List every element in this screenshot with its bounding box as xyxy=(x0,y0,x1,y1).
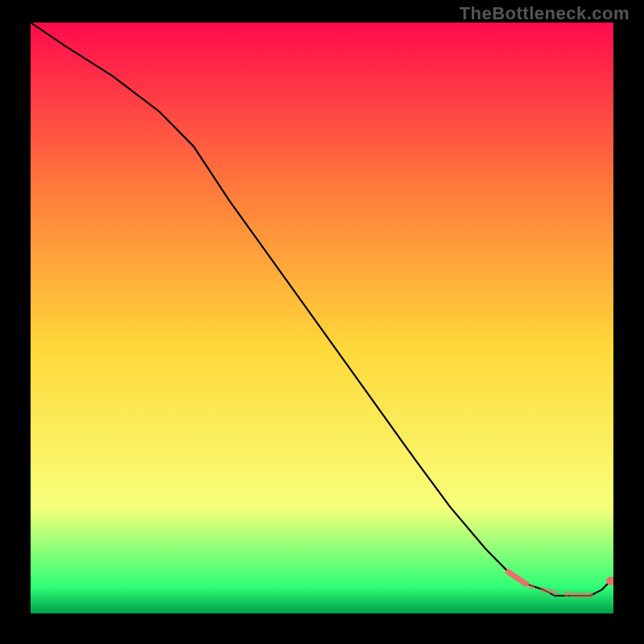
marker-point xyxy=(552,590,559,597)
marker-point xyxy=(570,592,576,598)
marker-point xyxy=(587,592,593,598)
watermark-text: TheBottleneck.com xyxy=(460,3,630,24)
marker-point xyxy=(547,588,553,594)
gradient-background xyxy=(31,23,613,613)
plot-area xyxy=(31,23,613,613)
marker-point xyxy=(506,569,512,576)
chart-container: TheBottleneck.com xyxy=(0,0,644,644)
marker-point xyxy=(581,592,588,598)
marker-point xyxy=(540,587,547,593)
marker-point xyxy=(529,584,535,590)
marker-point xyxy=(523,581,530,588)
marker-point xyxy=(564,591,570,597)
marker-point xyxy=(576,592,582,598)
chart-svg xyxy=(31,23,613,613)
